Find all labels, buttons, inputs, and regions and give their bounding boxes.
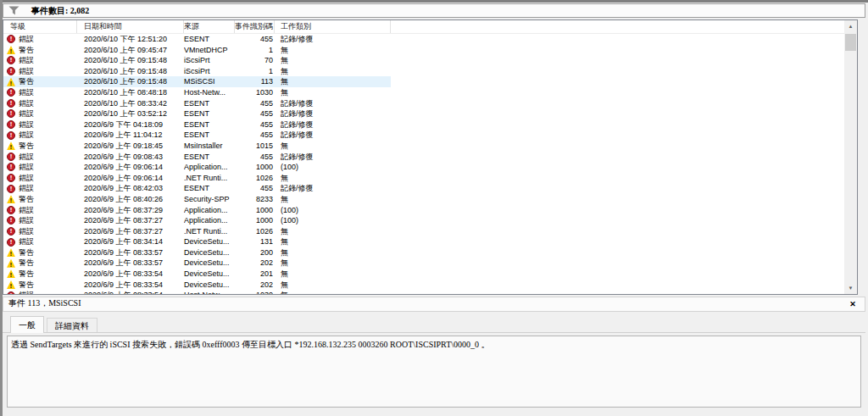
source-cell: Host-Netw... bbox=[184, 87, 235, 98]
event-id-cell: 1015 bbox=[235, 141, 275, 152]
column-header-source[interactable]: 來源 bbox=[184, 20, 235, 33]
table-row[interactable]: 錯誤2020/6/10 上午 08:33:42ESENT455記錄/修復 bbox=[3, 98, 391, 109]
level-cell: 警告 bbox=[3, 45, 77, 56]
table-row[interactable]: 錯誤2020/6/9 下午 04:18:09ESENT455記錄/修復 bbox=[3, 119, 391, 130]
level-cell: 錯誤 bbox=[3, 215, 77, 226]
preview-title: 事件 113，MSiSCSI bbox=[8, 298, 81, 308]
table-row[interactable]: 錯誤2020/6/10 上午 03:52:12ESENT455記錄/修復 bbox=[3, 108, 391, 119]
tab-general[interactable]: 一般 bbox=[10, 316, 44, 333]
source-cell: DeviceSetu... bbox=[184, 269, 235, 280]
source-cell: MsiInstaller bbox=[184, 141, 235, 152]
level-label: 錯誤 bbox=[19, 55, 34, 66]
source-cell: MSiSCSI bbox=[184, 76, 235, 87]
vertical-scrollbar[interactable]: ▲ ▼ bbox=[844, 20, 857, 294]
datetime-cell: 2020/6/10 上午 03:52:12 bbox=[77, 108, 184, 119]
level-cell: 警告 bbox=[3, 269, 77, 280]
event-id-cell: 1000 bbox=[235, 215, 275, 226]
tab-details[interactable]: 詳細資料 bbox=[47, 318, 97, 332]
event-id-cell: 202 bbox=[235, 258, 275, 269]
task-category-cell: 記錄/修復 bbox=[275, 130, 391, 141]
source-cell: VMnetDHCP bbox=[184, 45, 235, 56]
table-row[interactable]: 警告2020/6/9 上午 08:33:57DeviceSetu...202無 bbox=[3, 258, 391, 269]
task-category-cell: 無 bbox=[275, 226, 391, 237]
table-row[interactable]: 錯誤2020/6/9 上午 08:37:27.NET Runti...1026無 bbox=[3, 226, 391, 237]
level-cell: 警告 bbox=[3, 247, 77, 258]
level-label: 錯誤 bbox=[19, 34, 34, 45]
table-row[interactable]: 錯誤2020/6/9 上午 09:06:14Application...1000… bbox=[3, 162, 391, 173]
table-row[interactable]: 警告2020/6/9 上午 08:33:54DeviceSetu...202無 bbox=[3, 280, 391, 291]
datetime-cell: 2020/6/9 上午 08:37:29 bbox=[77, 205, 184, 216]
event-id-cell: 113 bbox=[235, 76, 275, 87]
column-header-task-category[interactable]: 工作類別 bbox=[275, 20, 391, 33]
table-row[interactable]: 警告2020/6/9 上午 08:40:26Security-SPP8233無 bbox=[3, 194, 391, 205]
datetime-cell: 2020/6/9 上午 08:33:54 bbox=[77, 269, 184, 280]
datetime-cell: 2020/6/9 上午 08:33:57 bbox=[77, 258, 184, 269]
column-header-datetime[interactable]: 日期和時間 bbox=[77, 20, 184, 33]
table-row[interactable]: 錯誤2020/6/10 上午 08:48:18Host-Netw...1030無 bbox=[3, 87, 391, 98]
source-cell: .NET Runti... bbox=[184, 173, 235, 184]
event-id-cell: 1026 bbox=[235, 226, 275, 237]
event-id-cell: 1030 bbox=[235, 87, 275, 98]
event-id-cell: 1026 bbox=[235, 173, 275, 184]
table-row[interactable]: 錯誤2020/6/9 上午 09:08:43ESENT455記錄/修復 bbox=[3, 152, 391, 163]
error-icon bbox=[7, 56, 15, 64]
scroll-up-icon[interactable]: ▲ bbox=[844, 20, 857, 32]
task-category-cell: 記錄/修復 bbox=[275, 119, 391, 130]
task-category-cell: 無 bbox=[275, 45, 391, 56]
level-label: 錯誤 bbox=[19, 290, 34, 294]
table-row[interactable]: 錯誤2020/6/9 上午 08:37:29Application...1000… bbox=[3, 205, 391, 216]
table-row[interactable]: 警告2020/6/9 上午 08:33:54DeviceSetu...201無 bbox=[3, 269, 391, 280]
table-row[interactable]: 警告2020/6/10 上午 09:45:47VMnetDHCP1無 bbox=[3, 45, 391, 56]
level-label: 警告 bbox=[19, 194, 34, 205]
level-label: 錯誤 bbox=[19, 183, 34, 194]
column-header-event-id[interactable]: 事件識別碼 bbox=[235, 20, 275, 33]
error-icon bbox=[7, 35, 15, 43]
table-header: 等級 日期和時間 來源 事件識別碼 工作類別 bbox=[3, 20, 857, 34]
event-id-cell: 131 bbox=[235, 236, 275, 247]
table-row[interactable]: 錯誤2020/6/10 下午 12:51:20ESENT455記錄/修復 bbox=[3, 34, 391, 45]
table-row[interactable]: 警告2020/6/9 上午 09:18:45MsiInstaller1015無 bbox=[3, 141, 391, 152]
warning-icon bbox=[7, 269, 15, 278]
datetime-cell: 2020/6/10 上午 08:33:42 bbox=[77, 98, 184, 109]
task-category-cell: (100) bbox=[275, 162, 391, 173]
event-message: 透過 SendTargets 來進行的 iSCSI 搜索失敗，錯誤碼 0xeff… bbox=[7, 336, 861, 408]
tab-content: 透過 SendTargets 來進行的 iSCSI 搜索失敗，錯誤碼 0xeff… bbox=[3, 332, 865, 410]
close-icon[interactable]: ✕ bbox=[847, 298, 859, 311]
window-top-border bbox=[0, 0, 868, 3]
event-id-cell: 70 bbox=[235, 55, 275, 66]
table-row[interactable]: 錯誤2020/6/9 上午 08:37:27Application...1000… bbox=[3, 215, 391, 226]
table-row[interactable]: 錯誤2020/6/10 上午 09:15:48iScsiPrt1無 bbox=[3, 66, 391, 77]
error-icon bbox=[7, 67, 15, 75]
level-cell: 錯誤 bbox=[3, 55, 77, 66]
table-row[interactable]: 警告2020/6/10 上午 09:15:48MSiSCSI113無 bbox=[3, 76, 391, 87]
scroll-down-icon[interactable]: ▼ bbox=[844, 282, 857, 294]
table-row[interactable]: 錯誤2020/6/9 上午 09:06:14.NET Runti...1026無 bbox=[3, 173, 391, 184]
level-label: 錯誤 bbox=[19, 236, 34, 247]
task-category-cell: 記錄/修復 bbox=[275, 152, 391, 163]
event-id-cell: 1000 bbox=[235, 205, 275, 216]
table-row[interactable]: 警告2020/6/9 上午 08:33:57DeviceSetu...200無 bbox=[3, 247, 391, 258]
table-row[interactable]: 錯誤2020/6/9 上午 11:04:12ESENT455記錄/修復 bbox=[3, 130, 391, 141]
datetime-cell: 2020/6/10 上午 09:15:48 bbox=[77, 55, 184, 66]
level-cell: 錯誤 bbox=[3, 226, 77, 237]
source-cell: .NET Runti... bbox=[184, 226, 235, 237]
level-cell: 錯誤 bbox=[3, 87, 77, 98]
table-row[interactable]: 錯誤2020/6/10 上午 09:15:48iScsiPrt70無 bbox=[3, 55, 391, 66]
level-label: 警告 bbox=[19, 141, 34, 152]
table-row[interactable]: 錯誤2020/6/9 上午 08:34:14DeviceSetu...131無 bbox=[3, 236, 391, 247]
event-count-label: 事件數目: 2,082 bbox=[31, 5, 89, 17]
datetime-cell: 2020/6/9 上午 08:40:26 bbox=[77, 194, 184, 205]
source-cell: ESENT bbox=[184, 119, 235, 130]
table-row[interactable]: 錯誤2020/6/9 上午 08:42:03ESENT455記錄/修復 bbox=[3, 183, 391, 194]
level-cell: 錯誤 bbox=[3, 152, 77, 163]
datetime-cell: 2020/6/9 上午 08:33:54 bbox=[77, 280, 184, 291]
datetime-cell: 2020/6/9 上午 09:08:43 bbox=[77, 152, 184, 163]
column-header-level[interactable]: 等級 bbox=[3, 20, 77, 33]
scroll-thumb[interactable] bbox=[845, 34, 856, 51]
datetime-cell: 2020/6/10 上午 09:15:48 bbox=[77, 66, 184, 77]
level-label: 警告 bbox=[19, 280, 34, 291]
level-cell: 警告 bbox=[3, 194, 77, 205]
table-row[interactable]: 錯誤2020/6/9 上午 08:33:54Host-Netw...1030無 bbox=[3, 290, 391, 294]
task-category-cell: 無 bbox=[275, 269, 391, 280]
source-cell: DeviceSetu... bbox=[184, 247, 235, 258]
